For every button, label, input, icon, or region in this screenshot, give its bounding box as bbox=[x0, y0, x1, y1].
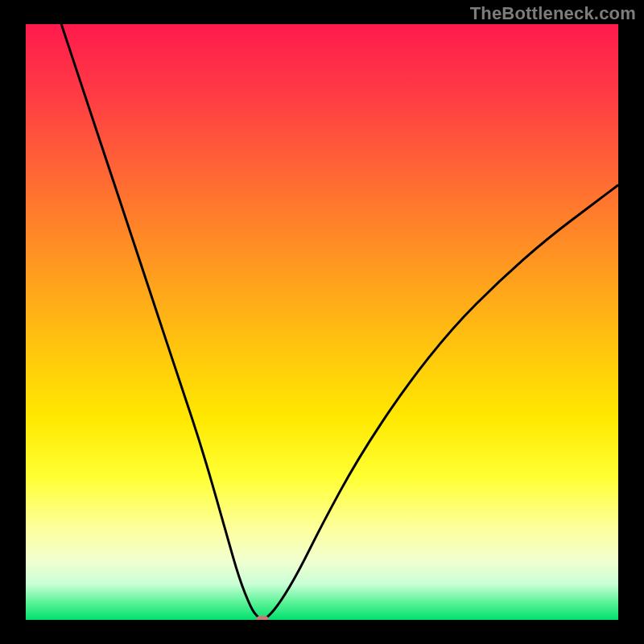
plot-area bbox=[26, 24, 618, 620]
watermark-text: TheBottleneck.com bbox=[470, 3, 636, 24]
bottleneck-curve bbox=[26, 24, 618, 620]
chart-stage: TheBottleneck.com bbox=[0, 0, 644, 644]
optimal-point-marker bbox=[256, 616, 269, 620]
